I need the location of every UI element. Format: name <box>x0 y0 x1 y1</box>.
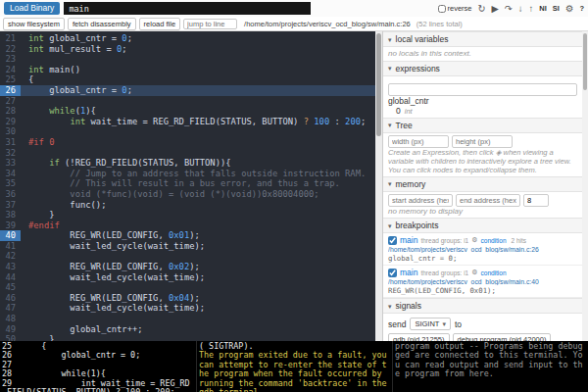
code-line[interactable]: 27 <box>0 96 382 107</box>
breakpoint-path[interactable]: /home/tom/projects/veriscv_ocd_blog/sw/m… <box>388 246 577 253</box>
line-number-gutter[interactable]: 26 <box>0 85 21 96</box>
line-number-gutter[interactable]: 42 <box>0 251 21 262</box>
code-line[interactable]: 24int main() <box>0 65 382 75</box>
code-line[interactable]: 35 // This will result in a bus error, a… <box>0 178 382 189</box>
line-number-gutter[interactable]: 39 <box>0 220 21 231</box>
code-line[interactable]: 48 <box>0 314 382 324</box>
code-line[interactable]: 23 <box>0 54 382 65</box>
code-line[interactable]: 49 global_cntr++; <box>0 324 382 335</box>
line-number-gutter[interactable]: 43 <box>0 262 21 272</box>
code-editor[interactable]: 21int global_cntr = 0;22int mul_result =… <box>0 31 382 341</box>
code-line[interactable]: 39#endif <box>0 220 382 231</box>
jump-to-line-input[interactable] <box>183 19 237 29</box>
line-number-gutter[interactable]: 34 <box>0 169 21 179</box>
breakpoint-path[interactable]: /home/tom/projects/veriscv_ocd_blog/sw/m… <box>388 278 577 285</box>
code-line[interactable]: 33 if (!REG_RD_FIELD(STATUS, BUTTON)){ <box>0 158 382 169</box>
code-line[interactable]: 29 int wait_time = REG_RD_FIELD(STATUS, … <box>0 117 382 127</box>
panel-header-signals[interactable]: ▾ signals <box>383 298 582 314</box>
line-number-gutter[interactable]: 25 <box>0 74 21 85</box>
line-number-gutter[interactable]: 50 <box>0 334 21 341</box>
line-number-gutter[interactable]: 44 <box>0 272 21 283</box>
scrollbar-thumb[interactable] <box>583 33 587 90</box>
code-line[interactable]: 43 REG_WR(LED_CONFIG, 0x02); <box>0 262 382 272</box>
line-number-gutter[interactable]: 41 <box>0 241 21 252</box>
breakpoint-condition-link[interactable]: condition <box>481 270 507 276</box>
panel-header-expressions[interactable]: ▾ expressions <box>383 61 582 76</box>
line-number-gutter[interactable]: 30 <box>0 126 21 137</box>
line-number-gutter[interactable]: 29 <box>0 117 21 127</box>
help-button[interactable]: ? <box>579 5 584 13</box>
settings-button[interactable]: ⚙ <box>565 4 574 14</box>
line-number-gutter[interactable]: 40 <box>0 230 21 241</box>
breakpoint-condition-link[interactable]: condition <box>481 237 507 244</box>
next-button[interactable]: ↷ <box>505 4 513 14</box>
line-number-gutter[interactable]: 36 <box>0 189 21 200</box>
fetch-disassembly-button[interactable]: fetch disassembly <box>68 18 136 30</box>
breakpoint-checkbox[interactable] <box>388 269 397 277</box>
line-number-gutter[interactable]: 28 <box>0 106 21 117</box>
program-output-terminal[interactable]: program output -- Programs being debugge… <box>392 341 588 392</box>
code-line[interactable]: 36 void (*func)(void) = (void (*)(void))… <box>0 189 382 200</box>
line-number-gutter[interactable]: 33 <box>0 158 21 169</box>
code-line[interactable]: 47 wait_led_cycle(wait_time); <box>0 303 382 314</box>
reload-file-button[interactable]: reload file <box>139 18 181 30</box>
gear-icon[interactable]: ⚙ <box>471 269 477 276</box>
code-line[interactable]: 32 <box>0 148 382 159</box>
tree-width-input[interactable] <box>388 135 449 148</box>
code-line[interactable]: 38 } <box>0 210 382 220</box>
next-instruction-button[interactable]: NI <box>539 5 547 13</box>
signal-select[interactable]: SIGINT ▾ <box>410 318 451 330</box>
line-number-gutter[interactable]: 32 <box>0 148 21 159</box>
panel-header-memory[interactable]: ▾ memory <box>383 176 582 192</box>
breakpoint-function[interactable]: main <box>400 235 417 245</box>
show-filesystem-button[interactable]: show filesystem <box>3 18 65 30</box>
code-line[interactable]: 44 wait_led_cycle(wait_time); <box>0 272 382 283</box>
breakpoint-checkbox[interactable] <box>388 236 397 245</box>
run-button[interactable]: ↻ <box>478 4 486 14</box>
load-binary-button[interactable]: Load Binary <box>4 2 60 15</box>
memory-start-address-input[interactable] <box>388 194 453 207</box>
line-number-gutter[interactable]: 46 <box>0 293 21 304</box>
gear-icon[interactable]: ⚙ <box>471 236 477 244</box>
code-line[interactable]: 42 <box>0 251 382 262</box>
code-line[interactable]: 45 <box>0 282 382 293</box>
code-line[interactable]: 21int global_cntr = 0; <box>0 33 382 44</box>
line-number-gutter[interactable]: 24 <box>0 65 21 75</box>
breakpoint-function[interactable]: main <box>400 268 417 277</box>
line-number-gutter[interactable]: 45 <box>0 282 21 293</box>
signal-target-button[interactable]: debug program (pid 42000) <box>453 333 552 341</box>
panel-header-local-variables[interactable]: ▾ local variables <box>383 31 582 47</box>
code-line[interactable]: 40 REG_WR(LED_CONFIG, 0x01); <box>0 230 382 241</box>
reverse-checkbox[interactable] <box>438 5 446 13</box>
continue-button[interactable]: ▶ <box>492 4 499 14</box>
step-instruction-button[interactable]: SI <box>553 5 560 13</box>
code-line[interactable]: 30 <box>0 126 382 137</box>
line-number-gutter[interactable]: 35 <box>0 178 21 189</box>
line-number-gutter[interactable]: 49 <box>0 324 21 335</box>
editor-scrollbar[interactable] <box>375 31 382 341</box>
expression-name[interactable]: global_cntr <box>388 96 577 106</box>
signal-target-button[interactable]: gdb (pid 21255) <box>388 333 450 341</box>
memory-end-address-input[interactable] <box>456 194 520 207</box>
reverse-toggle[interactable]: reverse <box>438 4 472 13</box>
breakpoint-item[interactable]: mainthread groups: i1⚙condition2 hits/ho… <box>383 233 582 266</box>
line-number-gutter[interactable]: 48 <box>0 314 21 324</box>
line-number-gutter[interactable]: 23 <box>0 54 21 65</box>
code-line[interactable]: 26 global_cntr = 0; <box>0 85 382 96</box>
code-line[interactable]: 37 func(); <box>0 200 382 211</box>
gdb-terminal[interactable]: 25 {26 global_cntr = 0;2728 while(1){29 … <box>0 341 196 392</box>
code-line[interactable]: 25{ <box>0 74 382 85</box>
line-number-gutter[interactable]: 37 <box>0 200 21 211</box>
code-line[interactable]: 28 while(1){ <box>0 106 382 117</box>
line-number-gutter[interactable]: 21 <box>0 33 21 44</box>
tree-height-input[interactable] <box>452 135 513 148</box>
step-button[interactable]: ↓ <box>518 4 523 14</box>
code-line[interactable]: 46 REG_WR(LED_CONFIG, 0x04); <box>0 293 382 304</box>
binary-input[interactable] <box>64 2 311 15</box>
memory-bytes-per-line-input[interactable] <box>523 194 549 207</box>
code-line[interactable]: 31#if 0 <box>0 137 382 148</box>
expression-input[interactable] <box>388 83 577 96</box>
line-number-gutter[interactable]: 38 <box>0 210 21 220</box>
breakpoint-item[interactable]: mainthread groups: i1⚙condition/home/tom… <box>383 266 582 298</box>
panel-header-tree[interactable]: ▾ Tree <box>383 118 582 133</box>
